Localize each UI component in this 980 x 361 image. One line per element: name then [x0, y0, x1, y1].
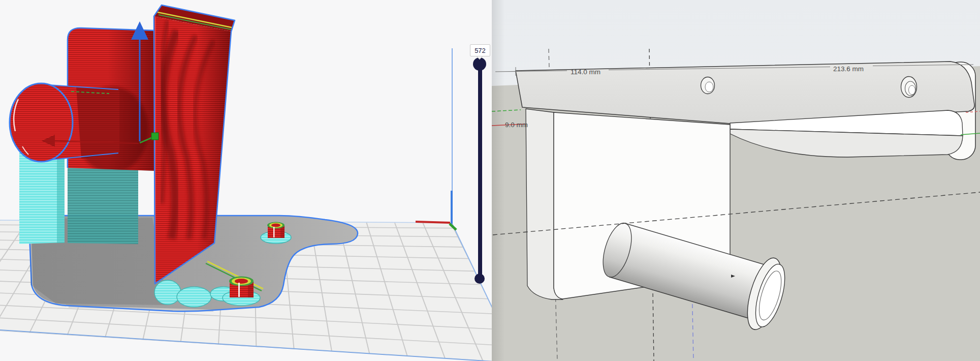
cad-viewport[interactable]: 114.0 mm 213.6 mm 9.0 mm — [492, 0, 980, 361]
gizmo-center-handle[interactable] — [151, 133, 159, 140]
dimension-label-thickness: 9.0 mm — [505, 121, 528, 129]
layer-slider-end — [475, 274, 485, 284]
layer-value-badge: 572 — [470, 44, 490, 56]
layer-value: 572 — [475, 47, 486, 54]
model-cylinder[interactable] — [10, 83, 119, 162]
x-axis-mark — [416, 222, 450, 223]
dimension-label-width: 114.0 mm — [571, 68, 600, 76]
cad-scene: 114.0 mm 213.6 mm 9.0 mm — [492, 0, 980, 361]
screen: 572 — [0, 0, 980, 361]
slicer-preview-viewport[interactable]: 572 — [0, 0, 492, 361]
layer-slider-track[interactable] — [478, 61, 482, 281]
dimension-label-length: 213.6 mm — [833, 65, 864, 73]
support-block-front[interactable] — [19, 148, 65, 244]
slicer-scene — [0, 0, 492, 361]
